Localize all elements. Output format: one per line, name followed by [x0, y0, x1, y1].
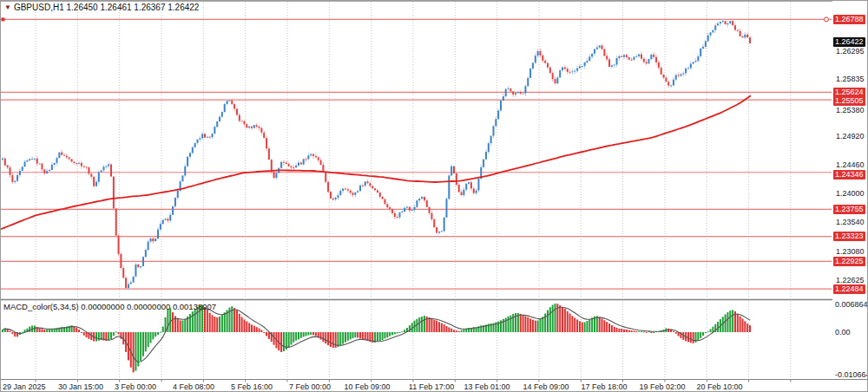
macd-axis-label: 0.0068649 — [835, 300, 868, 309]
current-price-label: 1.26422 — [833, 37, 865, 47]
time-axis-label: 17 Feb 18:00 — [581, 382, 627, 391]
level-price-label: 1.25624 — [833, 88, 865, 97]
time-axis-label: 5 Feb 16:00 — [231, 382, 273, 391]
price-axis-label: 1.24460 — [836, 160, 865, 170]
price-axis-label: 1.25380 — [836, 106, 865, 115]
price-axis-label: 1.23080 — [836, 247, 865, 257]
chart-window: ▼GBPUSD,H1 1.26450 1.26461 1.26367 1.264… — [0, 0, 868, 392]
time-axis-label: 4 Feb 08:00 — [173, 382, 214, 391]
level-price-label: 1.22925 — [833, 257, 865, 266]
price-axis-label: 1.23540 — [836, 218, 865, 227]
macd-indicator-label: MACD_color(5,34,5) 0.00000000 0.00000000… — [3, 302, 216, 311]
price-axis-label: 1.26295 — [836, 47, 865, 56]
price-axis-label: 1.25835 — [836, 75, 865, 84]
candles — [2, 18, 751, 291]
symbol-dropdown-icon[interactable]: ▼ — [4, 3, 11, 11]
time-axis-label: 11 Feb 17:00 — [409, 382, 454, 391]
level-handle-left[interactable] — [2, 17, 5, 21]
symbol-ohlc-text: GBPUSD,H1 1.26450 1.26461 1.26367 1.2642… — [14, 3, 200, 12]
level-lines[interactable] — [1, 17, 832, 289]
macd-label-text: MACD_color(5,34,5) 0.00000000 0.00000000… — [3, 302, 216, 311]
time-axis-label: 20 Feb 10:00 — [696, 382, 742, 391]
time-axis-label: 14 Feb 09:00 — [523, 382, 569, 391]
time-axis-label: 29 Jan 2025 — [3, 382, 46, 391]
level-price-label: 1.23755 — [833, 205, 865, 214]
level-price-label: 1.25505 — [833, 96, 865, 106]
time-axis-label: 13 Feb 01:00 — [464, 382, 510, 391]
level-handle-right[interactable] — [825, 17, 829, 22]
price-axis-label: 1.24000 — [836, 189, 865, 199]
macd-axis-label: 0.00 — [835, 328, 851, 336]
macd-axis: 0.00686490.00-0.0106648 — [832, 299, 868, 379]
level-price-label: 1.24346 — [833, 170, 865, 180]
macd-axis-label: -0.0106648 — [835, 370, 868, 379]
time-axis-label: 10 Feb 09:00 — [344, 382, 390, 391]
price-axis-label: 1.24920 — [836, 132, 865, 141]
level-price-label: 1.23323 — [833, 232, 865, 241]
symbol-info: ▼GBPUSD,H1 1.26450 1.26461 1.26367 1.264… — [4, 3, 199, 12]
chart-canvas[interactable] — [1, 1, 868, 392]
price-axis-label: 1.22625 — [836, 276, 865, 285]
time-axis-label: 7 Feb 00:00 — [289, 382, 331, 391]
macd-histogram — [2, 304, 751, 372]
time-axis[interactable]: 29 Jan 202530 Jan 15:003 Feb 00:004 Feb … — [1, 380, 868, 392]
price-chart[interactable] — [1, 1, 868, 392]
macd-signal-line — [3, 307, 750, 362]
level-price-label: 1.22484 — [833, 284, 865, 294]
time-axis-label: 19 Feb 02:00 — [639, 382, 685, 391]
time-axis-label: 3 Feb 00:00 — [115, 382, 156, 391]
level-price-label: 1.26788 — [833, 15, 865, 24]
time-axis-label: 30 Jan 15:00 — [58, 382, 103, 391]
